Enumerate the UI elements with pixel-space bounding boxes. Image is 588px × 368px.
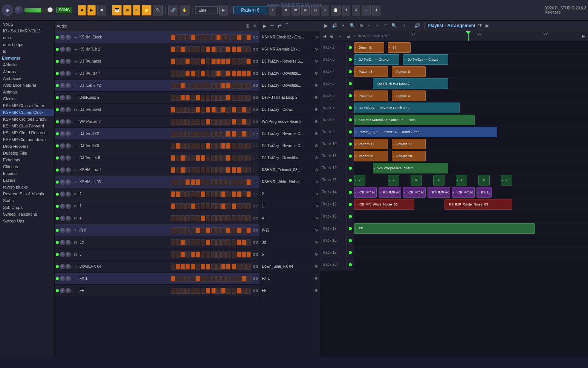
channel-row[interactable]: 151⊕⊖ bbox=[55, 200, 260, 212]
beat-btn[interactable] bbox=[206, 119, 210, 125]
middle-clip-item[interactable]: DJ TwiZzy - Reverse C...⊕ bbox=[260, 140, 320, 152]
beat-btn[interactable] bbox=[201, 203, 205, 209]
clip-close[interactable]: × bbox=[355, 106, 357, 110]
beat-btn[interactable] bbox=[226, 179, 231, 185]
track-content[interactable]: ×××××××××××××× bbox=[354, 174, 588, 186]
beat-btn[interactable] bbox=[211, 288, 216, 294]
ch-pan-knob[interactable] bbox=[60, 264, 65, 269]
beat-btn[interactable] bbox=[216, 83, 221, 89]
beat-btn[interactable] bbox=[176, 46, 180, 52]
channel-row[interactable]: 154⊕⊖ bbox=[55, 212, 260, 224]
beat-btn[interactable] bbox=[176, 276, 180, 282]
beat-btn[interactable] bbox=[237, 143, 241, 149]
clip[interactable]: ×KSHMR Aco bbox=[379, 187, 401, 198]
track-content[interactable] bbox=[354, 235, 588, 246]
beat-btn[interactable] bbox=[196, 288, 200, 294]
beat-btn[interactable] bbox=[171, 264, 175, 270]
ch-led[interactable] bbox=[56, 96, 59, 99]
clip-close[interactable]: × bbox=[355, 70, 357, 74]
beat-btn[interactable] bbox=[196, 119, 200, 125]
beat-btn[interactable] bbox=[201, 143, 205, 149]
beat-btn[interactable] bbox=[221, 83, 226, 89]
beat-btn[interactable] bbox=[226, 83, 231, 89]
beat-btn[interactable] bbox=[241, 95, 246, 101]
beat-btn[interactable] bbox=[211, 34, 216, 40]
beat-btn[interactable] bbox=[206, 143, 210, 149]
ch-vol-knob[interactable] bbox=[66, 35, 71, 40]
track-led[interactable] bbox=[349, 130, 352, 133]
ch-vol-knob[interactable] bbox=[66, 71, 71, 76]
ch-vol-knob[interactable] bbox=[66, 192, 71, 197]
clip-close[interactable]: × bbox=[355, 227, 357, 230]
track-controls[interactable] bbox=[347, 198, 354, 210]
track-led[interactable] bbox=[349, 94, 352, 97]
beat-btn[interactable] bbox=[237, 46, 241, 52]
track-content[interactable]: ×Pattern 18×Pattern 20 bbox=[354, 150, 588, 162]
beat-btn[interactable] bbox=[201, 179, 205, 185]
clip-close[interactable]: × bbox=[393, 143, 394, 146]
clip[interactable]: ×Pattern 17 bbox=[354, 139, 388, 149]
beat-btn[interactable] bbox=[196, 203, 200, 209]
ch-pan-knob[interactable] bbox=[60, 276, 65, 281]
track-content[interactable]: ×Pattern 8×Pattern 8 bbox=[354, 66, 588, 77]
sidebar-item[interactable]: KSHMR Cl..pas Clock bbox=[0, 109, 54, 116]
mid-curve-btn[interactable]: ⌒ bbox=[284, 22, 290, 29]
playlist-play-btn[interactable]: ▶ bbox=[323, 23, 329, 29]
beat-btn[interactable] bbox=[180, 191, 185, 197]
timeline-nav-right[interactable]: ▶ bbox=[581, 34, 586, 38]
ch-led[interactable] bbox=[56, 120, 59, 123]
beat-btn[interactable] bbox=[180, 58, 185, 64]
sidebar-item[interactable]: Elements bbox=[0, 55, 54, 61]
ch-stereo-btn[interactable]: ⊕⊖ bbox=[252, 192, 258, 196]
beat-btn[interactable] bbox=[206, 227, 210, 233]
sidebar-item[interactable]: Ambiance bbox=[0, 75, 54, 82]
clip-close[interactable]: × bbox=[355, 155, 357, 158]
beat-btn[interactable] bbox=[176, 239, 180, 245]
beat-btn[interactable] bbox=[221, 58, 226, 64]
beat-btn[interactable] bbox=[211, 203, 216, 209]
timeline-snap-btn[interactable]: ⊟ bbox=[345, 33, 351, 39]
beat-btn[interactable] bbox=[206, 179, 210, 185]
ch-vol-knob[interactable] bbox=[66, 252, 71, 257]
beat-btn[interactable] bbox=[232, 58, 236, 64]
clip-close[interactable]: × bbox=[355, 143, 357, 146]
beat-btn[interactable] bbox=[241, 288, 246, 294]
channel-row[interactable]: ---DJ T..er 7 #2⊕⊖ bbox=[55, 80, 260, 92]
track-led[interactable] bbox=[349, 179, 352, 182]
ch-stereo-btn[interactable]: ⊕⊖ bbox=[252, 240, 258, 244]
beat-btn[interactable] bbox=[221, 46, 226, 52]
beat-btn[interactable] bbox=[232, 95, 236, 101]
ch-pan-knob[interactable] bbox=[60, 167, 65, 173]
mid-waveform-btn[interactable]: 〰 bbox=[269, 23, 275, 29]
beat-btn[interactable] bbox=[216, 71, 221, 77]
ch-led[interactable] bbox=[56, 265, 59, 268]
clip[interactable]: ×Pattern 4 bbox=[354, 90, 388, 101]
ch-pan-knob[interactable] bbox=[60, 95, 65, 100]
ch-vol-knob[interactable] bbox=[66, 264, 71, 269]
beat-btn[interactable] bbox=[216, 251, 221, 258]
beat-btn[interactable] bbox=[180, 251, 185, 258]
clip-close[interactable]: × bbox=[355, 58, 357, 61]
middle-clip-icon[interactable]: ⊕ bbox=[315, 119, 318, 124]
ch-led[interactable] bbox=[56, 60, 59, 63]
track-controls[interactable] bbox=[347, 126, 354, 138]
beat-btn[interactable] bbox=[196, 46, 200, 52]
record-btn[interactable]: ⏺ bbox=[97, 5, 106, 15]
beat-btn[interactable] bbox=[237, 276, 241, 282]
beat-btn[interactable] bbox=[185, 58, 190, 64]
beat-btn[interactable] bbox=[241, 107, 246, 113]
clip[interactable]: ×KSHMR Aco bbox=[354, 187, 377, 198]
beat-btn[interactable] bbox=[206, 34, 210, 40]
beat-btn[interactable] bbox=[221, 107, 226, 113]
beat-btn[interactable] bbox=[211, 95, 216, 101]
clip[interactable]: ×× bbox=[501, 175, 512, 186]
beat-btn[interactable] bbox=[241, 155, 246, 161]
beat-btn[interactable] bbox=[185, 251, 190, 258]
track-content[interactable]: ×DeliFB Hi-Hat Loop 2 bbox=[354, 78, 588, 89]
channel-row[interactable]: ---DJ Tw..3 #3⊕⊖ bbox=[55, 140, 260, 152]
channel-row[interactable]: ---KSHMR..k 2⊕⊖ bbox=[55, 43, 260, 55]
track-controls[interactable] bbox=[347, 138, 354, 150]
beat-btn[interactable] bbox=[221, 143, 226, 149]
mid-move-btn[interactable]: ⇄ bbox=[276, 23, 283, 29]
beat-btn[interactable] bbox=[185, 227, 190, 233]
